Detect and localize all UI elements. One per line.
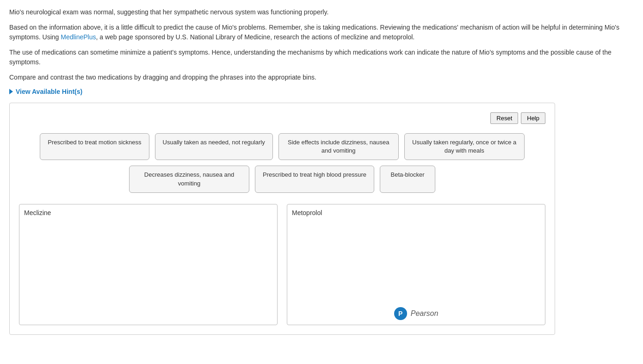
phrase-card[interactable]: Usually taken as needed, not regularly [155, 133, 273, 160]
phrase-card[interactable]: Decreases dizziness, nausea and vomiting [129, 166, 249, 192]
phrase-area: Prescribed to treat motion sicknessUsual… [19, 133, 545, 193]
paragraph-4: Compare and contrast the two medications… [9, 73, 634, 82]
drop-zone-metoprolol-title: Metoprolol [292, 209, 540, 216]
phrase-card[interactable]: Beta-blocker [380, 166, 435, 192]
phrase-card[interactable]: Side effects include dizziness, nausea a… [278, 133, 399, 160]
paragraph-2: Based on the information above, it is a … [9, 23, 634, 42]
drop-zone-meclizine-title: Meclizine [24, 209, 272, 216]
drop-zone-meclizine[interactable]: Meclizine [19, 204, 278, 325]
pearson-logo-icon: P [394, 307, 407, 320]
phrase-card[interactable]: Prescribed to treat motion sickness [40, 133, 149, 160]
paragraph-1: Mio's neurological exam was normal, sugg… [9, 7, 634, 17]
pearson-brand-name: Pearson [411, 309, 439, 318]
toolbar: Reset Help [19, 112, 545, 124]
pearson-logo-letter: P [398, 310, 402, 317]
drop-zones-container: Meclizine Metoprolol P Pearson [19, 204, 545, 325]
paragraph-2-after-link: , a web page sponsored by U.S. National … [96, 33, 415, 41]
paragraph-3: The use of medications can sometime mini… [9, 48, 634, 67]
hint-toggle[interactable]: View Available Hint(s) [9, 88, 634, 95]
medlineplus-link[interactable]: MedlinePlus [61, 33, 96, 41]
phrase-card[interactable]: Usually taken regularly, once or twice a… [404, 133, 525, 160]
reset-button[interactable]: Reset [490, 112, 518, 124]
help-button[interactable]: Help [521, 112, 545, 124]
drop-zone-metoprolol[interactable]: Metoprolol P Pearson [287, 204, 545, 325]
phrase-card[interactable]: Prescribed to treat high blood pressure [255, 166, 374, 192]
hint-toggle-label: View Available Hint(s) [16, 88, 82, 95]
hint-arrow-icon [9, 89, 13, 94]
drag-drop-container: Reset Help Prescribed to treat motion si… [9, 103, 555, 335]
pearson-footer: P Pearson [292, 307, 540, 320]
